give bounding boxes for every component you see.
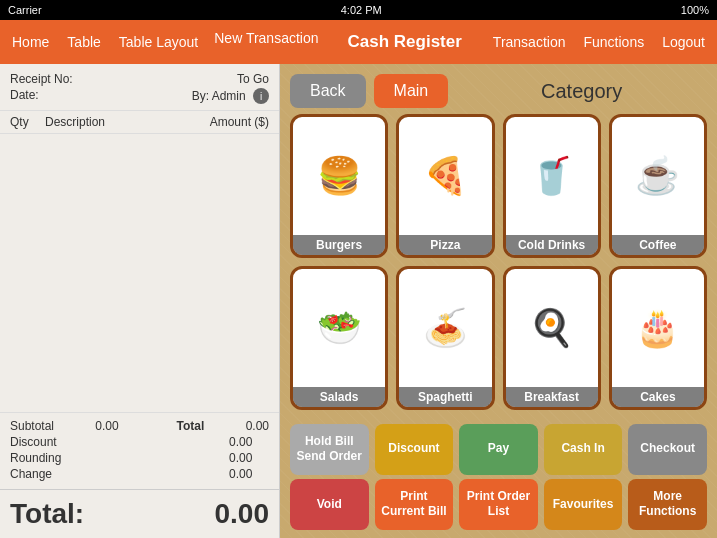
category-item[interactable]: 🍔 Burgers: [290, 114, 388, 258]
category-label: Spaghetti: [399, 387, 491, 407]
category-emoji: 🎂: [612, 269, 704, 387]
carrier-label: Carrier: [8, 4, 42, 16]
battery-label: 100%: [681, 4, 709, 16]
receipt-body: [0, 134, 279, 412]
category-item[interactable]: 🍝 Spaghetti: [396, 266, 494, 410]
category-item[interactable]: 🎂 Cakes: [609, 266, 707, 410]
category-emoji: 🍝: [399, 269, 491, 387]
right-top: Back Main Category: [280, 64, 717, 114]
nav-new-transaction[interactable]: New Transaction: [214, 30, 318, 54]
category-emoji: ☕: [612, 117, 704, 235]
action-button[interactable]: More Functions: [628, 479, 707, 530]
nav-title: Cash Register: [319, 32, 491, 52]
admin-badge: i: [253, 88, 269, 104]
category-item[interactable]: 🍕 Pizza: [396, 114, 494, 258]
subtotal-value: 0.00: [95, 419, 135, 433]
receipt-footer: Subtotal 0.00 Total 0.00 Discount 0.00 R…: [0, 412, 279, 489]
nav-bar: Home Table Table Layout New Transaction …: [0, 20, 717, 64]
nav-left: Home Table Table Layout New Transaction: [10, 30, 319, 54]
nav-right: Transaction Functions Logout: [491, 30, 707, 54]
action-button[interactable]: Cash In: [544, 424, 623, 475]
category-label: Pizza: [399, 235, 491, 255]
action-button[interactable]: Pay: [459, 424, 538, 475]
category-label: Burgers: [293, 235, 385, 255]
nav-logout[interactable]: Logout: [660, 30, 707, 54]
nav-transaction[interactable]: Transaction: [491, 30, 568, 54]
col-amount: Amount ($): [210, 115, 269, 129]
action-button[interactable]: Hold Bill Send Order: [290, 424, 369, 475]
action-row-1: Hold Bill Send OrderDiscountPayCash InCh…: [280, 418, 717, 479]
category-label: Salads: [293, 387, 385, 407]
date-by: By: Admin i: [192, 88, 269, 104]
rounding-value: 0.00: [229, 451, 269, 465]
action-button[interactable]: Void: [290, 479, 369, 530]
total-label: Total:: [10, 498, 84, 530]
category-emoji: 🍕: [399, 117, 491, 235]
total-bar: Total: 0.00: [0, 489, 279, 538]
subtotal-label: Subtotal: [10, 419, 54, 433]
nav-table-layout[interactable]: Table Layout: [117, 30, 200, 54]
col-headers: Qty Description Amount ($): [0, 111, 279, 134]
action-button[interactable]: Print Current Bill: [375, 479, 454, 530]
discount-label: Discount: [10, 435, 57, 449]
category-label: Breakfast: [506, 387, 598, 407]
category-emoji: 🍳: [506, 269, 598, 387]
time-label: 4:02 PM: [341, 4, 382, 16]
category-title: Category: [456, 80, 707, 103]
total-mid-label: Total: [177, 419, 205, 433]
category-item[interactable]: 🥤 Cold Drinks: [503, 114, 601, 258]
receipt-no-label: Receipt No:: [10, 72, 73, 86]
receipt-no-value: To Go: [237, 72, 269, 86]
rounding-label: Rounding: [10, 451, 61, 465]
discount-value: 0.00: [229, 435, 269, 449]
col-desc: Description: [45, 115, 210, 129]
category-emoji: 🍔: [293, 117, 385, 235]
total-mid-value: 0.00: [246, 419, 269, 433]
right-panel: Back Main Category 🍔 Burgers 🍕 Pizza 🥤 C…: [280, 64, 717, 538]
action-button[interactable]: Favourites: [544, 479, 623, 530]
col-qty: Qty: [10, 115, 45, 129]
category-label: Coffee: [612, 235, 704, 255]
back-button[interactable]: Back: [290, 74, 366, 108]
main-button[interactable]: Main: [374, 74, 449, 108]
receipt-header: Receipt No: To Go Date: By: Admin i: [0, 64, 279, 111]
category-label: Cold Drinks: [506, 235, 598, 255]
category-emoji: 🥤: [506, 117, 598, 235]
main-layout: Receipt No: To Go Date: By: Admin i Qty …: [0, 64, 717, 538]
change-value: 0.00: [229, 467, 269, 481]
status-bar: Carrier 4:02 PM 100%: [0, 0, 717, 20]
total-amount: 0.00: [215, 498, 270, 530]
action-button[interactable]: Discount: [375, 424, 454, 475]
action-row-2: VoidPrint Current BillPrint Order ListFa…: [280, 479, 717, 538]
category-grid: 🍔 Burgers 🍕 Pizza 🥤 Cold Drinks ☕ Coffee…: [280, 114, 717, 418]
change-label: Change: [10, 467, 52, 481]
nav-table[interactable]: Table: [65, 30, 102, 54]
category-label: Cakes: [612, 387, 704, 407]
left-panel: Receipt No: To Go Date: By: Admin i Qty …: [0, 64, 280, 538]
action-button[interactable]: Checkout: [628, 424, 707, 475]
category-item[interactable]: 🍳 Breakfast: [503, 266, 601, 410]
category-item[interactable]: 🥗 Salads: [290, 266, 388, 410]
category-item[interactable]: ☕ Coffee: [609, 114, 707, 258]
date-label: Date:: [10, 88, 39, 104]
nav-home[interactable]: Home: [10, 30, 51, 54]
category-emoji: 🥗: [293, 269, 385, 387]
action-button[interactable]: Print Order List: [459, 479, 538, 530]
nav-functions[interactable]: Functions: [581, 30, 646, 54]
